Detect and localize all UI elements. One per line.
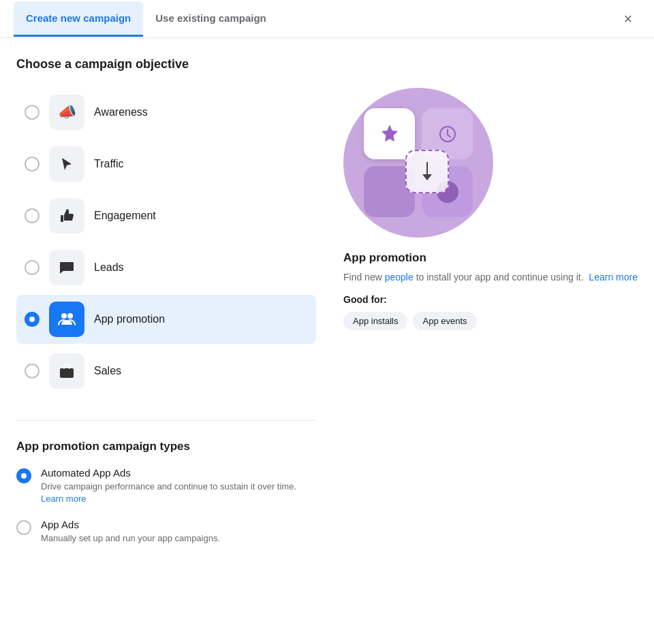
section-title: Choose a campaign objective <box>16 57 638 71</box>
svg-point-2 <box>67 313 73 319</box>
objective-sales[interactable]: Sales <box>16 347 316 396</box>
campaign-type-automated-text: Automated App Ads Drive campaign perform… <box>41 467 316 505</box>
detail-desc-after: to install your app and continue using i… <box>414 272 584 283</box>
icon-engagement <box>49 198 84 234</box>
detail-description: Find new people to install your app and … <box>343 270 638 285</box>
campaign-types-title: App promotion campaign types <box>16 440 316 453</box>
campaign-type-automated-desc: Drive campaign performance and continue … <box>41 481 316 505</box>
objective-awareness[interactable]: 📣 Awareness <box>16 88 316 137</box>
svg-rect-3 <box>60 368 74 378</box>
campaign-types-section: App promotion campaign types Automated A… <box>16 420 316 545</box>
two-column-layout: 📣 Awareness Traffic <box>16 88 638 559</box>
tag-app-installs: App installs <box>343 312 407 330</box>
label-leads: Leads <box>94 261 124 274</box>
detail-column: App promotion Find new people to install… <box>343 88 638 559</box>
detail-title: App promotion <box>343 251 638 265</box>
tag-app-events: App events <box>413 312 476 330</box>
label-app-promotion: App promotion <box>94 313 165 325</box>
campaign-type-app-ads-desc: Manually set up and run your app campaig… <box>41 532 220 545</box>
campaign-type-automated[interactable]: Automated App Ads Drive campaign perform… <box>16 467 316 505</box>
radio-leads[interactable] <box>25 260 40 275</box>
radio-engagement[interactable] <box>25 208 40 223</box>
radio-sales[interactable] <box>25 364 40 379</box>
objective-list: 📣 Awareness Traffic <box>16 88 316 396</box>
icon-app-promotion <box>49 302 84 337</box>
detail-learn-more-link[interactable]: Learn more <box>589 272 638 283</box>
automated-learn-more-link[interactable]: Learn more <box>41 494 86 504</box>
svg-rect-0 <box>61 215 63 222</box>
download-arrow <box>422 162 432 180</box>
tabs-header: Create new campaign Use existing campaig… <box>0 0 654 38</box>
app-tile-star <box>364 108 415 159</box>
radio-app-promotion[interactable] <box>25 312 40 327</box>
objective-app-promotion[interactable]: App promotion <box>16 295 316 344</box>
arrow-head <box>422 174 432 180</box>
app-promotion-illustration <box>343 88 493 238</box>
label-traffic: Traffic <box>94 158 124 170</box>
detail-desc-before: Find new <box>343 272 385 283</box>
campaign-type-automated-name: Automated App Ads <box>41 467 316 479</box>
arrow-shaft <box>426 162 428 174</box>
label-engagement: Engagement <box>94 210 156 222</box>
label-awareness: Awareness <box>94 106 148 118</box>
good-for-label: Good for: <box>343 294 638 305</box>
good-for-tags: App installs App events <box>343 312 638 330</box>
radio-awareness[interactable] <box>25 105 40 120</box>
radio-inner-app <box>29 317 35 322</box>
radio-traffic[interactable] <box>25 157 40 172</box>
icon-leads <box>49 250 84 285</box>
campaign-type-app-ads[interactable]: App Ads Manually set up and run your app… <box>16 519 316 545</box>
campaign-type-app-ads-text: App Ads Manually set up and run your app… <box>41 519 220 545</box>
icon-awareness: 📣 <box>49 95 84 130</box>
tab-create-new[interactable]: Create new campaign <box>14 1 143 37</box>
radio-inner-automated <box>21 473 27 479</box>
svg-point-1 <box>61 313 67 319</box>
label-sales: Sales <box>94 365 121 377</box>
app-grid-container <box>364 108 473 217</box>
close-button[interactable]: × <box>616 7 640 31</box>
radio-automated-ads[interactable] <box>16 468 31 483</box>
objective-engagement[interactable]: Engagement <box>16 191 316 240</box>
icon-sales <box>49 353 84 389</box>
objective-leads[interactable]: Leads <box>16 243 316 292</box>
main-content: Choose a campaign objective 📣 Awareness <box>0 38 654 575</box>
objective-traffic[interactable]: Traffic <box>16 140 316 189</box>
icon-traffic <box>49 146 84 182</box>
download-overlay-tile <box>405 150 449 193</box>
objectives-column: 📣 Awareness Traffic <box>16 88 316 559</box>
radio-app-ads[interactable] <box>16 520 31 535</box>
tab-use-existing[interactable]: Use existing campaign <box>143 1 279 37</box>
detail-people-link[interactable]: people <box>385 272 414 283</box>
campaign-type-app-ads-name: App Ads <box>41 519 220 530</box>
